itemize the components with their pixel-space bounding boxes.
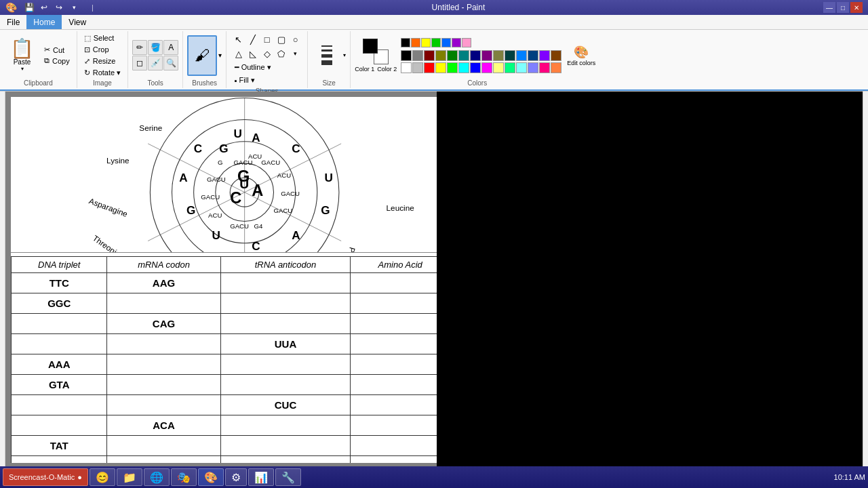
palette-c10[interactable] [505,50,515,61]
palette-d5[interactable] [447,62,458,73]
taskbar-btn-6[interactable]: 📊 [248,468,274,486]
screencast-button[interactable]: Screencast-O-Matic ● [3,468,88,486]
canvas-area[interactable]: Arginine Serine Lysine Asparagine Threon… [5,92,437,468]
palette-d7[interactable] [470,62,481,73]
arrow-shape[interactable]: ↖ [232,33,245,46]
text-tool[interactable]: A [163,40,178,55]
close-button[interactable]: ✕ [850,2,863,13]
cell-dna-7 [12,415,107,436]
palette-d9[interactable] [493,62,504,73]
brushes-dropdown[interactable]: ▾ [218,52,222,59]
paste-button[interactable]: 📋 Paste ▾ [4,36,40,75]
taskbar-btn-2[interactable]: 📁 [117,468,142,486]
copy-button[interactable]: ⧉ Copy [41,56,73,66]
outline-button[interactable]: ━ Outline ▾ [232,62,274,73]
table-row: CUC [12,395,437,415]
rotate-button[interactable]: ↻ Rotate ▾ [81,68,123,78]
edit-colors-button[interactable]: 🎨 Edit colors [563,42,599,69]
eraser-tool[interactable]: ◻ [132,56,147,70]
taskbar-paint-btn[interactable]: 🎨 [198,468,224,486]
cut-button[interactable]: ✂ Cut [41,45,73,55]
line-shape[interactable]: ╱ [246,33,260,46]
pencil-tool[interactable]: ✏ [132,40,147,55]
resize-button[interactable]: ⤢ Resize [81,56,123,66]
color1-swatch[interactable] [363,39,378,54]
crop-button[interactable]: ⊡ Crop [81,45,123,55]
special-color-6[interactable] [452,38,461,47]
palette-d2[interactable] [412,62,423,73]
cell-dna-1: GGC [12,293,107,314]
cell-dna-5: GTA [12,375,107,395]
minimize-button[interactable]: — [823,2,835,13]
fill-tool[interactable]: 🪣 [148,40,163,55]
cell-mrna-0: AAG [107,273,220,293]
qa-dropdown[interactable]: ▾ [67,1,81,14]
palette-d14[interactable] [551,62,561,73]
right-tri-shape[interactable]: ◺ [246,47,260,60]
ellipse-shape[interactable]: ○ [289,33,302,46]
taskbar-btn-3[interactable]: 🌐 [144,468,170,486]
svg-text:A: A [292,228,300,242]
fill-button[interactable]: ▪ Fill ▾ [232,75,274,86]
cell-mrna-9: ACC [107,456,220,464]
special-color-2[interactable] [411,38,420,47]
save-quick-btn[interactable]: 💾 [22,1,36,14]
size-button[interactable] [312,35,342,76]
taskbar-btn-7[interactable]: 🔧 [275,468,301,486]
special-color-4[interactable] [431,38,441,47]
palette-c7[interactable] [470,50,481,61]
select-button[interactable]: ⬚ Select [81,33,123,43]
svg-text:GACU: GACU [261,159,280,166]
triangle-shape[interactable]: △ [232,47,245,60]
svg-text:Leucine: Leucine [387,203,415,212]
picker-tool[interactable]: 💉 [148,56,163,70]
palette-d8[interactable] [481,62,492,73]
palette-c8[interactable] [481,50,492,61]
pentagon-shape[interactable]: ⬠ [275,47,288,60]
palette-c12[interactable] [528,50,538,61]
special-color-7[interactable] [462,38,471,47]
size-dropdown[interactable]: ▾ [343,52,346,58]
palette-d6[interactable] [458,62,469,73]
palette-d10[interactable] [505,62,515,73]
special-color-5[interactable] [441,38,451,47]
menu-home[interactable]: Home [26,15,62,29]
brushes-button[interactable]: 🖌 [187,35,217,76]
taskbar-btn-4[interactable]: 🎭 [171,468,197,486]
palette-c4[interactable] [435,50,446,61]
palette-c5[interactable] [447,50,458,61]
palette-c3[interactable] [424,50,435,61]
palette-c14[interactable] [551,50,561,61]
svg-text:GACU: GACU [201,193,220,201]
taskbar-btn-5[interactable]: ⚙ [225,468,247,486]
cell-mrna-3 [107,334,220,354]
palette-d12[interactable] [528,62,538,73]
palette-c6[interactable] [458,50,469,61]
rect-shape[interactable]: □ [260,33,274,46]
palette-d4[interactable] [435,62,446,73]
right-scrollbar[interactable] [863,92,868,468]
left-scrollbar[interactable] [0,92,5,468]
palette-d3[interactable] [424,62,435,73]
clipboard-group: 📋 Paste ▾ ✂ Cut ⧉ Copy Clipboard [0,31,77,88]
palette-c9[interactable] [493,50,504,61]
palette-c2[interactable] [412,50,423,61]
diamond-shape[interactable]: ◇ [260,47,274,60]
undo-quick-btn[interactable]: ↩ [37,1,51,14]
palette-c1[interactable] [401,50,412,61]
palette-d13[interactable] [539,62,550,73]
magnifier-tool[interactable]: 🔍 [163,56,178,70]
palette-c13[interactable] [539,50,550,61]
special-color-3[interactable] [421,38,431,47]
palette-c11[interactable] [516,50,527,61]
maximize-button[interactable]: □ [837,2,849,13]
rounded-rect-shape[interactable]: ▢ [275,33,288,46]
palette-d11[interactable] [516,62,527,73]
dropdown-shapes[interactable]: ▾ [289,47,302,60]
redo-quick-btn[interactable]: ↪ [52,1,66,14]
taskbar-btn-1[interactable]: 😊 [90,468,115,486]
menu-view[interactable]: View [62,15,93,29]
menu-file[interactable]: File [0,15,26,29]
special-color-1[interactable] [401,38,410,47]
palette-d1[interactable] [401,62,412,73]
